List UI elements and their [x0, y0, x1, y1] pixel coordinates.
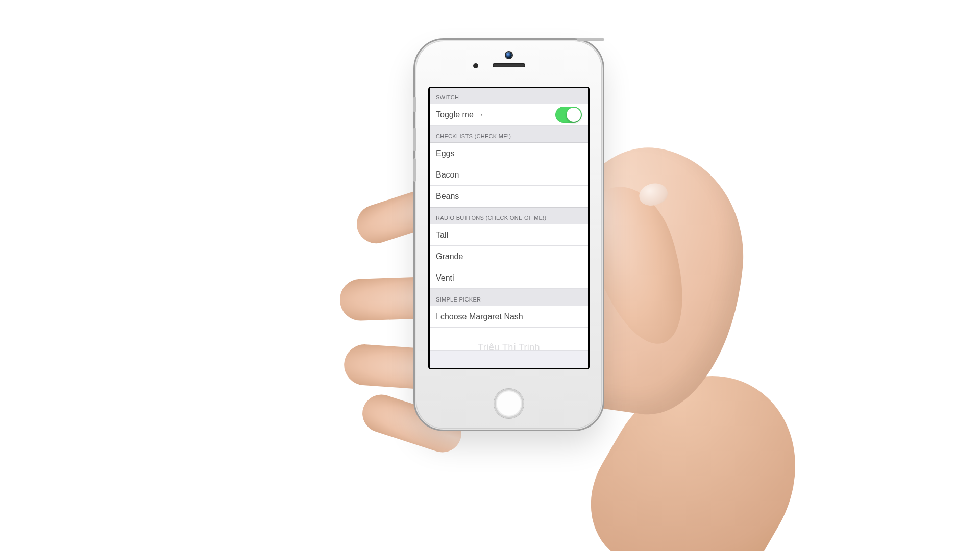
front-camera-icon: [506, 52, 512, 58]
hand-thumb-nail: [637, 181, 670, 208]
section-header-picker: SIMPLE PICKER: [430, 289, 588, 306]
phone-mute-switch: [413, 97, 416, 112]
phone-power-button: [577, 38, 604, 41]
toggle-switch-knob: [567, 108, 581, 122]
radio-item[interactable]: Tall: [430, 224, 588, 246]
checklist-item-label: Beans: [436, 192, 582, 201]
phone-frame: SWITCH Toggle me → CHECKLISTS (CHECK ME!…: [416, 41, 602, 429]
checklist-item[interactable]: Eggs: [430, 143, 588, 164]
toggle-row[interactable]: Toggle me →: [430, 104, 588, 126]
phone-screen: SWITCH Toggle me → CHECKLISTS (CHECK ME!…: [429, 88, 589, 368]
picker-wheel[interactable]: Triệu Thị Trinh: [430, 328, 588, 351]
picker-option[interactable]: [430, 328, 588, 341]
phone-volume-down: [413, 158, 416, 182]
hand-wrist: [566, 341, 832, 551]
radio-item[interactable]: Grande: [430, 246, 588, 267]
checklist-item[interactable]: Bacon: [430, 164, 588, 186]
picker-summary-row[interactable]: I choose Margaret Nash: [430, 306, 588, 328]
home-button[interactable]: [494, 389, 524, 418]
radio-item-label: Grande: [436, 252, 582, 261]
earpiece-speaker: [493, 63, 525, 67]
toggle-label: Toggle me →: [436, 110, 555, 119]
section-header-checklists: CHECKLISTS (CHECK ME!): [430, 126, 588, 143]
picker-option[interactable]: Triệu Thị Trinh: [430, 341, 588, 351]
app-content[interactable]: SWITCH Toggle me → CHECKLISTS (CHECK ME!…: [430, 88, 588, 368]
picker-summary-label: I choose Margaret Nash: [436, 312, 582, 321]
section-header-radio: RADIO BUTTONS (CHECK ONE OF ME!): [430, 207, 588, 224]
proximity-sensor: [473, 63, 478, 68]
radio-item-label: Venti: [436, 273, 582, 283]
radio-item[interactable]: Venti: [430, 267, 588, 289]
radio-item-label: Tall: [436, 231, 582, 240]
checklist-item-label: Bacon: [436, 170, 582, 180]
checklist-item-label: Eggs: [436, 149, 582, 158]
device-hand-mock: SWITCH Toggle me → CHECKLISTS (CHECK ME!…: [209, 46, 771, 505]
checklist-item[interactable]: Beans: [430, 186, 588, 207]
section-header-switch: SWITCH: [430, 88, 588, 104]
phone-volume-up: [413, 128, 416, 151]
toggle-switch[interactable]: [555, 107, 582, 123]
